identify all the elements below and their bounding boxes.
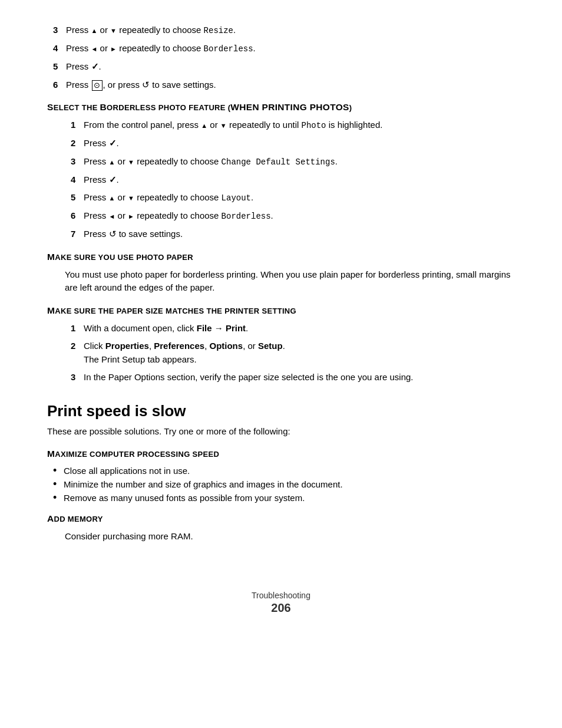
section4-bullets: • Close all applications not in use. • M… xyxy=(47,465,515,503)
s3-step-1: 1 With a document open, click File → Pri… xyxy=(65,322,515,335)
checkmark-icon: ✓ xyxy=(109,138,117,148)
down-arrow-icon xyxy=(220,120,227,130)
section1-steps: 1 From the control panel, press or repea… xyxy=(65,118,515,241)
checkmark-icon: ✓ xyxy=(91,61,99,71)
left-arrow-icon xyxy=(109,210,115,220)
s3-step-2: 2 Click Properties, Preferences, Options… xyxy=(65,340,515,366)
step-3: 3 Press or repeatedly to choose Resize. xyxy=(47,24,515,37)
s1-step-4: 4 Press ✓. xyxy=(65,173,515,187)
s3-step-3: 3 In the Paper Options section, verify t… xyxy=(65,371,515,384)
s1-step-5: 5 Press or repeatedly to choose Layout. xyxy=(65,191,515,205)
bullet-dot: • xyxy=(53,492,64,503)
right-arrow-icon xyxy=(128,210,134,220)
section5-heading: ADD MEMORY xyxy=(47,513,515,524)
ok-button-icon: ⊙ xyxy=(92,80,103,91)
down-arrow-icon xyxy=(110,25,117,35)
section3-steps: 1 With a document open, click File → Pri… xyxy=(65,322,515,384)
s1-step-1: 1 From the control panel, press or repea… xyxy=(65,118,515,132)
top-steps-list: 3 Press or repeatedly to choose Resize. … xyxy=(47,24,515,91)
bullet-item: • Minimize the number and size of graphi… xyxy=(47,479,515,489)
main-intro: These are possible solutions. Try one or… xyxy=(47,425,515,439)
s1-step-2: 2 Press ✓. xyxy=(65,137,515,150)
s1-step-7: 7 Press to save settings. xyxy=(65,228,515,241)
bullet-item: • Remove as many unused fonts as possibl… xyxy=(47,492,515,503)
section1-steps-list: 1 From the control panel, press or repea… xyxy=(65,118,515,241)
undo-icon xyxy=(142,80,150,90)
step-6: 6 Press ⊙, or press to save settings. xyxy=(47,78,515,92)
bullet-dot: • xyxy=(53,479,64,489)
undo-icon xyxy=(109,229,117,239)
s1-step-6: 6 Press or repeatedly to choose Borderle… xyxy=(65,209,515,223)
footer-label: Troubleshooting xyxy=(252,591,310,600)
up-arrow-icon xyxy=(91,25,98,35)
section4-heading: MAXIMIZE COMPUTER PROCESSING SPEED xyxy=(47,449,515,459)
section1-heading: SELECT THE BORDERLESS PHOTO FEATURE (WHE… xyxy=(47,102,515,113)
section5-body: Consider purchasing more RAM. xyxy=(65,530,515,543)
up-arrow-icon xyxy=(109,156,115,166)
up-arrow-icon xyxy=(201,120,207,130)
bullet-item: • Close all applications not in use. xyxy=(47,465,515,476)
section3-heading: MAKE SURE THE PAPER SIZE MATCHES THE PRI… xyxy=(47,305,515,316)
main-heading: Print speed is slow xyxy=(47,402,515,420)
section2-body: You must use photo paper for borderless … xyxy=(65,268,515,295)
step-5: 5 Press ✓. xyxy=(47,60,515,74)
checkmark-icon: ✓ xyxy=(109,174,117,185)
page-number: 206 xyxy=(47,601,515,615)
bullet-dot: • xyxy=(53,465,64,476)
s1-step-3: 3 Press or repeatedly to choose Change D… xyxy=(65,155,515,169)
step-4: 4 Press or repeatedly to choose Borderle… xyxy=(47,42,515,55)
section3-steps-list: 1 With a document open, click File → Pri… xyxy=(65,322,515,384)
section2-heading: MAKE SURE YOU USE PHOTO PAPER xyxy=(47,252,515,262)
footer: Troubleshooting 206 xyxy=(47,591,515,615)
left-arrow-icon xyxy=(91,43,98,53)
down-arrow-icon xyxy=(128,192,134,202)
down-arrow-icon xyxy=(128,156,134,166)
up-arrow-icon xyxy=(109,192,115,202)
right-arrow-icon xyxy=(110,43,117,53)
